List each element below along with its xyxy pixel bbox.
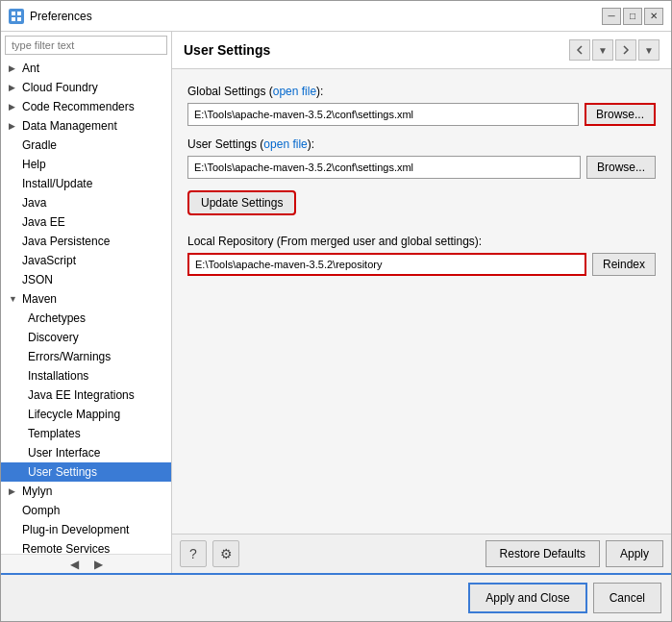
sidebar-item-user-interface[interactable]: User Interface <box>1 443 171 462</box>
sidebar-item-java[interactable]: ▶ Java <box>1 193 171 212</box>
sidebar-item-archetypes[interactable]: Archetypes <box>1 309 171 328</box>
settings-icon-button[interactable]: ⚙ <box>212 540 239 567</box>
sidebar-item-label: Data Management <box>22 119 117 133</box>
settings-body: Global Settings (open file): Browse... U… <box>172 69 671 534</box>
window-controls: ─ □ ✕ <box>602 8 663 25</box>
sidebar-item-discovery[interactable]: Discovery <box>1 328 171 347</box>
apply-and-close-button[interactable]: Apply and Close <box>468 583 586 613</box>
sidebar-item-ant[interactable]: ▶ Ant <box>1 59 171 78</box>
main-content: User Settings ▼ ▼ <box>172 32 671 573</box>
expand-arrow: ▶ <box>9 83 18 92</box>
sidebar-item-remote-services[interactable]: ▶ Remote Services <box>1 539 171 554</box>
sidebar-item-label: Install/Update <box>22 177 92 190</box>
expand-arrow: ▼ <box>9 294 18 304</box>
cancel-button[interactable]: Cancel <box>593 583 661 613</box>
bottom-action-bar: ? ⚙ Restore Defaults Apply <box>172 534 671 573</box>
restore-defaults-button[interactable]: Restore Defaults <box>485 540 600 567</box>
local-repo-label: Local Repository (From merged user and g… <box>187 235 656 248</box>
sidebar-item-java-persistence[interactable]: ▶ Java Persistence <box>1 232 171 251</box>
bottom-bar-actions: Restore Defaults Apply <box>485 540 663 567</box>
global-settings-text: Global Settings ( <box>187 85 273 98</box>
sidebar-item-cloud-foundry[interactable]: ▶ Cloud Foundry <box>1 78 171 97</box>
user-settings-suffix: ): <box>308 137 314 151</box>
reindex-button[interactable]: Reindex <box>592 253 656 276</box>
svg-rect-1 <box>17 12 21 15</box>
sidebar-item-label: JavaScript <box>22 254 76 267</box>
svg-rect-3 <box>17 17 21 21</box>
window-title: Preferences <box>30 10 92 23</box>
global-settings-suffix: ): <box>316 85 323 98</box>
update-settings-button[interactable]: Update Settings <box>187 190 296 215</box>
sidebar-item-data-management[interactable]: ▶ Data Management <box>1 116 171 136</box>
sidebar-item-installations[interactable]: Installations <box>1 366 171 386</box>
user-settings-text: User Settings ( <box>187 137 263 151</box>
sidebar-item-java-ee[interactable]: ▶ Java EE <box>1 212 171 232</box>
nav-dropdown-button[interactable]: ▼ <box>592 39 613 61</box>
tree-nav: ◀ ▶ <box>1 554 171 573</box>
sidebar-item-java-ee-integration[interactable]: Java EE Integrations <box>1 386 171 405</box>
sidebar-item-mylyn[interactable]: ▶ Mylyn <box>1 482 171 501</box>
user-settings-link[interactable]: open file <box>263 137 307 151</box>
sidebar-item-label: Discovery <box>28 331 79 344</box>
sidebar-item-gradle[interactable]: ▶ Gradle <box>1 136 171 155</box>
preferences-window: Preferences ─ □ ✕ ▶ Ant ▶ Cloud Foundry <box>0 0 672 622</box>
sidebar-item-javascript[interactable]: ▶ JavaScript <box>1 251 171 270</box>
local-repo-row: Reindex <box>187 253 656 276</box>
sidebar-item-label: Mylyn <box>22 485 52 498</box>
user-settings-input[interactable] <box>187 156 581 179</box>
svg-rect-2 <box>12 17 15 21</box>
expand-arrow: ▶ <box>9 102 18 112</box>
nav-forward-dropdown-button[interactable]: ▼ <box>638 39 660 61</box>
bottom-bar-icons: ? ⚙ <box>180 540 239 567</box>
apply-button[interactable]: Apply <box>606 540 663 567</box>
nav-forward-button[interactable] <box>615 39 636 61</box>
tree-nav-left[interactable]: ◀ <box>66 558 83 571</box>
sidebar-item-code-recommenders[interactable]: ▶ Code Recommenders <box>1 97 171 116</box>
sidebar-item-label: JSON <box>22 273 53 286</box>
user-settings-browse-button[interactable]: Browse... <box>586 156 656 179</box>
global-settings-input[interactable] <box>187 103 579 126</box>
sidebar-item-lifecycle-mapping[interactable]: Lifecycle Mapping <box>1 405 171 424</box>
content-area: ▶ Ant ▶ Cloud Foundry ▶ Code Recommender… <box>1 32 671 573</box>
minimize-button[interactable]: ─ <box>602 8 621 25</box>
user-settings-row: Browse... <box>187 156 656 179</box>
sidebar-item-label: User Interface <box>28 446 100 460</box>
page-title: User Settings <box>184 42 270 58</box>
maximize-button[interactable]: □ <box>623 8 642 25</box>
local-repo-input[interactable] <box>187 253 586 276</box>
sidebar-item-label: Templates <box>28 427 81 440</box>
sidebar: ▶ Ant ▶ Cloud Foundry ▶ Code Recommender… <box>1 32 172 573</box>
sidebar-item-label: Archetypes <box>28 311 86 325</box>
sidebar-item-install-update[interactable]: ▶ Install/Update <box>1 174 171 193</box>
sidebar-item-oomph[interactable]: ▶ Oomph <box>1 501 171 520</box>
global-settings-browse-button[interactable]: Browse... <box>585 103 656 126</box>
close-button[interactable]: ✕ <box>644 8 663 25</box>
sidebar-item-errors-warnings[interactable]: Errors/Warnings <box>1 347 171 366</box>
sidebar-item-json[interactable]: ▶ JSON <box>1 270 171 289</box>
filter-input[interactable] <box>5 36 167 55</box>
help-button[interactable]: ? <box>180 540 207 567</box>
sidebar-item-label: Plug-in Development <box>22 523 129 536</box>
sidebar-item-help[interactable]: ▶ Help <box>1 155 171 174</box>
nav-back-button[interactable] <box>569 39 590 61</box>
sidebar-item-label: Java EE Integrations <box>28 388 135 402</box>
main-footer: Apply and Close Cancel <box>1 573 671 621</box>
tree: ▶ Ant ▶ Cloud Foundry ▶ Code Recommender… <box>1 59 171 554</box>
sidebar-item-label: Ant <box>22 62 39 75</box>
global-settings-link[interactable]: open file <box>273 85 316 98</box>
global-settings-label: Global Settings (open file): <box>187 85 656 98</box>
sidebar-item-templates[interactable]: Templates <box>1 424 171 443</box>
sidebar-item-label: Code Recommenders <box>22 100 135 113</box>
preferences-icon <box>9 9 24 24</box>
sidebar-item-label: Oomph <box>22 504 60 517</box>
expand-arrow: ▶ <box>9 121 18 131</box>
sidebar-item-label: User Settings <box>28 465 97 479</box>
sidebar-item-label: Java EE <box>22 215 65 229</box>
sidebar-item-plugin-dev[interactable]: ▶ Plug-in Development <box>1 520 171 539</box>
sidebar-item-label: Lifecycle Mapping <box>28 408 120 421</box>
tree-nav-right[interactable]: ▶ <box>90 558 107 571</box>
sidebar-item-user-settings[interactable]: User Settings <box>1 462 171 482</box>
sidebar-item-label: Errors/Warnings <box>28 350 111 363</box>
sidebar-item-label: Maven <box>22 292 57 306</box>
sidebar-item-maven[interactable]: ▼ Maven <box>1 289 171 309</box>
